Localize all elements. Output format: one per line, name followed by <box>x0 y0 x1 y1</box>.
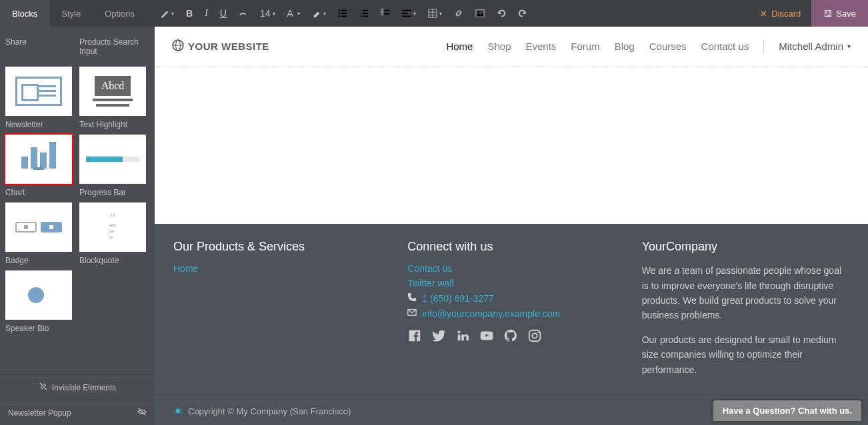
site-footer: Our Products & Services Home Connect wit… <box>155 224 868 397</box>
top-toolbar: Blocks Style Options ▾ B I U 14▾ A▾ ▾ 12… <box>0 0 868 27</box>
redo-icon[interactable] <box>518 9 527 18</box>
block-blockquote[interactable]: " <box>79 203 146 252</box>
page-canvas[interactable] <box>155 67 868 224</box>
block-chart[interactable] <box>5 135 72 184</box>
block-text-highlight[interactable]: Abcd <box>79 67 146 116</box>
footer-email: info@yourcompany.example.com <box>407 308 615 319</box>
website-preview: YOUR WEBSITE Home Shop Events Forum Blog… <box>155 27 868 425</box>
svg-rect-10 <box>362 13 368 14</box>
underline-icon[interactable]: U <box>220 8 227 19</box>
svg-rect-12 <box>381 9 383 12</box>
nav-menu: Home Shop Events Forum Blog Courses Cont… <box>446 40 851 53</box>
chat-widget[interactable]: Have a Question? Chat with us. <box>713 400 861 421</box>
chevron-down-icon: ▾ <box>847 43 851 50</box>
checklist-icon[interactable] <box>381 9 390 18</box>
social-icons <box>407 328 615 345</box>
eye-slash-icon <box>137 407 147 418</box>
save-button[interactable]: 🖫Save <box>811 0 868 27</box>
site-logo[interactable]: YOUR WEBSITE <box>172 39 269 53</box>
footer-about-2: Our products are designed for small to m… <box>642 332 849 377</box>
footer-phone: 1 (650) 691-3277 <box>407 292 615 304</box>
nav-home[interactable]: Home <box>446 41 473 52</box>
font-color-icon[interactable]: A▾ <box>287 8 300 19</box>
newsletter-popup-toggle[interactable]: Newsletter Popup <box>0 400 155 425</box>
youtube-icon[interactable] <box>479 328 494 345</box>
svg-point-24 <box>477 11 479 13</box>
svg-rect-9 <box>362 10 368 11</box>
svg-line-35 <box>181 409 182 410</box>
block-chart-label: Chart <box>5 188 75 197</box>
nav-courses[interactable]: Courses <box>649 41 687 52</box>
link-icon[interactable] <box>454 9 463 18</box>
svg-line-34 <box>174 409 175 410</box>
block-speaker-bio[interactable] <box>5 270 72 320</box>
bold-icon[interactable]: B <box>186 8 193 19</box>
svg-line-36 <box>174 412 175 414</box>
footer-products-title: Our Products & Services <box>173 240 381 254</box>
svg-rect-11 <box>362 16 368 17</box>
highlight-icon[interactable]: ▾ <box>312 9 326 18</box>
globe-icon <box>172 39 184 53</box>
block-badge[interactable] <box>5 203 72 252</box>
strikethrough-icon[interactable] <box>239 9 248 18</box>
linkedin-icon[interactable] <box>455 328 470 345</box>
nav-shop[interactable]: Shop <box>487 41 511 52</box>
font-size[interactable]: 14▾ <box>260 8 275 19</box>
list-ol-icon[interactable]: 123 <box>359 9 369 18</box>
table-icon[interactable]: ▾ <box>428 9 442 18</box>
footer-company-title: YourCompany <box>642 240 849 254</box>
block-blockquote-label: Blockquote <box>79 256 149 265</box>
block-newsletter-label: Newsletter <box>5 120 75 129</box>
envelope-icon <box>407 308 417 319</box>
site-header: YOUR WEBSITE Home Shop Events Forum Blog… <box>155 27 868 67</box>
tab-options[interactable]: Options <box>93 0 147 27</box>
instagram-icon[interactable] <box>527 328 542 345</box>
discard-button[interactable]: ✕Discard <box>749 0 811 27</box>
block-search-input[interactable]: Products Search Input <box>79 37 149 56</box>
block-progress-bar[interactable] <box>79 135 146 184</box>
invisible-elements-toggle[interactable]: Invisible Elements <box>0 374 155 400</box>
tab-blocks[interactable]: Blocks <box>0 0 49 27</box>
nav-blog[interactable]: Blog <box>615 41 635 52</box>
svg-point-1 <box>338 13 340 15</box>
user-menu[interactable]: Mitchell Admin▾ <box>779 41 851 52</box>
italic-icon[interactable]: I <box>205 8 208 19</box>
phone-icon <box>407 292 417 304</box>
tab-style[interactable]: Style <box>49 0 93 27</box>
nav-forum[interactable]: Forum <box>571 41 599 52</box>
nav-events[interactable]: Events <box>525 41 556 52</box>
svg-rect-15 <box>384 13 389 15</box>
svg-rect-16 <box>402 10 411 11</box>
footer-phone-link[interactable]: 1 (650) 691-3277 <box>422 293 493 304</box>
nav-divider <box>763 40 764 53</box>
footer-link-contact[interactable]: Contact us <box>407 263 615 274</box>
format-toolbar: ▾ B I U 14▾ A▾ ▾ 123 ▾ ▾ <box>147 8 749 19</box>
facebook-icon[interactable] <box>407 328 422 345</box>
bug-icon[interactable] <box>173 406 183 417</box>
eye-slash-icon <box>39 382 48 393</box>
github-icon[interactable] <box>503 328 518 345</box>
svg-rect-13 <box>381 13 383 15</box>
svg-point-0 <box>338 9 340 11</box>
twitter-icon[interactable] <box>431 328 446 345</box>
close-icon: ✕ <box>760 9 767 19</box>
copyright-text: Copyright © My Company (San Francisco) <box>188 406 351 416</box>
image-icon[interactable] <box>475 9 485 18</box>
footer-link-home[interactable]: Home <box>173 263 381 274</box>
block-share[interactable]: Share <box>5 37 75 47</box>
svg-point-32 <box>176 408 181 413</box>
footer-email-link[interactable]: info@yourcompany.example.com <box>422 308 560 319</box>
svg-rect-5 <box>341 16 347 17</box>
svg-rect-4 <box>341 13 347 14</box>
list-ul-icon[interactable] <box>338 9 347 18</box>
block-badge-label: Badge <box>5 256 75 265</box>
svg-point-31 <box>537 332 539 333</box>
nav-contact[interactable]: Contact us <box>701 41 749 52</box>
svg-text:3: 3 <box>359 15 361 18</box>
align-icon[interactable]: ▾ <box>402 9 416 18</box>
undo-icon[interactable] <box>497 9 506 18</box>
magic-icon[interactable]: ▾ <box>160 9 174 18</box>
block-newsletter[interactable] <box>5 67 72 116</box>
footer-link-twitter-wall[interactable]: Twitter wall <box>407 278 615 288</box>
svg-rect-3 <box>341 10 347 11</box>
